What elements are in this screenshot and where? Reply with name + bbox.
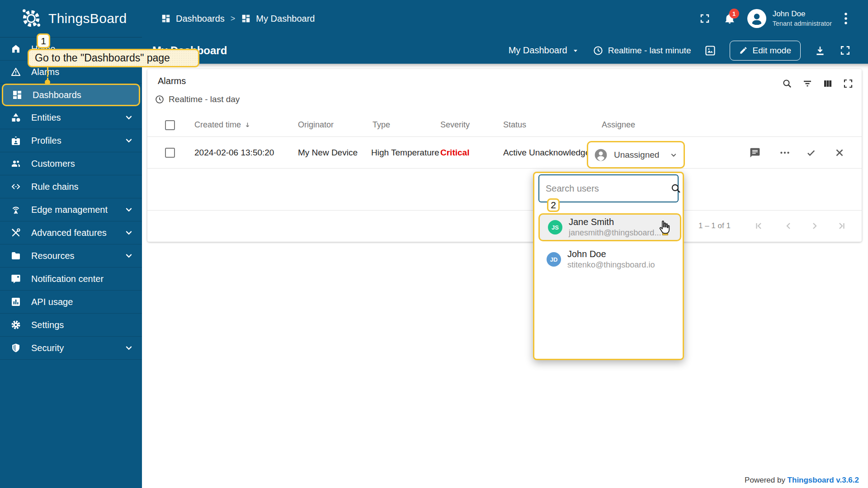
search-icon[interactable] <box>782 78 793 89</box>
thingsboard-logo[interactable]: ThingsBoard <box>20 0 127 37</box>
profiles-badge-icon <box>10 135 21 146</box>
sidebar-item-api-usage[interactable]: API usage <box>0 291 142 314</box>
user-name: John Doe <box>567 249 655 260</box>
kebab-menu-icon[interactable] <box>843 12 849 25</box>
column-severity[interactable]: Severity <box>440 113 470 137</box>
version-link[interactable]: Thingsboard v.3.6.2 <box>788 476 859 484</box>
footer: Powered by Thingsboard v.3.6.2 <box>745 476 859 485</box>
dashboard-content: Alarms Realtime - last day Created time … <box>142 64 868 488</box>
pagination-range: 1 – 1 of 1 <box>698 210 731 242</box>
user-option-john-doe[interactable]: JD John Doe stitenko@thingsboard.io <box>538 245 681 273</box>
fullscreen-icon[interactable] <box>843 78 854 89</box>
alarms-table-header: Created time Originator Type Severity St… <box>147 113 862 137</box>
user-info[interactable]: John Doe Tenant administrator <box>773 9 832 28</box>
column-assignee[interactable]: Assignee <box>602 113 635 137</box>
entities-shapes-icon <box>10 112 21 123</box>
comment-icon[interactable] <box>749 147 761 159</box>
more-actions-icon[interactable] <box>779 147 791 159</box>
chart-icon <box>10 296 21 307</box>
shield-icon <box>10 343 21 353</box>
sidebar-item-settings[interactable]: Settings <box>0 314 142 337</box>
widget-actions <box>782 78 854 89</box>
chevron-down-icon <box>124 113 134 122</box>
table-bottom-divider <box>147 210 862 211</box>
sidebar-item-resources[interactable]: Resources <box>0 244 142 267</box>
column-type[interactable]: Type <box>373 113 390 137</box>
pencil-icon <box>739 46 748 55</box>
column-status[interactable]: Status <box>503 113 526 137</box>
next-page-icon[interactable] <box>809 221 820 231</box>
powered-by-text: Powered by <box>745 476 788 484</box>
select-all-checkbox[interactable] <box>165 120 175 130</box>
row-actions <box>147 137 862 169</box>
widget-timewindow[interactable]: Realtime - last day <box>155 94 240 104</box>
previous-page-icon[interactable] <box>783 221 794 231</box>
column-originator[interactable]: Originator <box>298 113 334 137</box>
acknowledge-check-icon[interactable] <box>805 147 817 159</box>
sidebar-item-rule-chains[interactable]: Rule chains <box>0 175 142 198</box>
sidebar-item-notification-center[interactable]: Notification center <box>0 267 142 291</box>
sidebar-item-profiles[interactable]: Profiles <box>0 129 142 152</box>
chevron-down-icon <box>124 251 134 261</box>
sidebar-item-security[interactable]: Security <box>0 337 142 360</box>
chevron-down-icon <box>124 228 134 238</box>
clock-icon <box>593 45 604 56</box>
clear-close-icon[interactable] <box>834 147 845 159</box>
user-name: John Doe <box>773 9 832 19</box>
edit-mode-button[interactable]: Edit mode <box>730 41 801 61</box>
timewindow-button[interactable]: Realtime - last minute <box>593 45 691 56</box>
tutorial-step-1-badge: 1 <box>37 33 50 48</box>
breadcrumb-my-dashboard[interactable]: My Dashboard <box>241 14 315 24</box>
tutorial-step-1-tooltip: Go to the "Dashboards" page <box>28 49 199 67</box>
filter-icon[interactable] <box>802 78 813 89</box>
user-search-box[interactable] <box>538 174 679 202</box>
sidebar-item-customers[interactable]: Customers <box>0 152 142 175</box>
columns-icon[interactable] <box>822 78 833 89</box>
hand-cursor-icon <box>656 219 673 236</box>
user-email: janesmith@thingsboard... <box>569 228 661 238</box>
fullscreen-icon[interactable] <box>840 45 851 56</box>
sort-desc-icon[interactable] <box>244 121 251 129</box>
customers-people-icon <box>10 158 21 169</box>
top-header: ThingsBoard Dashboards > My Dashboard 1 <box>0 0 868 37</box>
clock-icon <box>155 94 165 104</box>
dashboard-image-icon[interactable] <box>704 45 716 56</box>
avatar-jane-smith: JS <box>548 220 562 235</box>
chevron-down-icon <box>124 343 134 353</box>
last-page-icon[interactable] <box>836 221 847 231</box>
logo-text: ThingsBoard <box>48 11 127 26</box>
breadcrumb-separator: > <box>231 14 236 23</box>
breadcrumb-dashboards[interactable]: Dashboards <box>161 14 225 24</box>
alarms-widget: Alarms Realtime - last day Created time … <box>147 69 862 242</box>
tools-icon <box>10 227 21 238</box>
user-name: Jane Smith <box>569 216 661 228</box>
user-avatar[interactable] <box>747 9 766 28</box>
tutorial-connector-dot <box>45 80 50 85</box>
notifications-bell-icon[interactable]: 1 <box>724 13 736 24</box>
notification-count-badge: 1 <box>729 9 739 19</box>
caret-down-icon <box>572 47 579 54</box>
fullscreen-icon[interactable] <box>699 13 710 24</box>
dashboard-grid-icon <box>161 14 171 23</box>
folder-icon <box>10 250 21 261</box>
sidebar-item-edge-management[interactable]: Edge management <box>0 198 142 221</box>
sidebar-item-entities[interactable]: Entities <box>0 106 142 129</box>
sidebar-item-advanced-features[interactable]: Advanced features <box>0 221 142 244</box>
sidebar: Home Alarms Dashboards Entities Profiles… <box>0 37 142 488</box>
column-created-time[interactable]: Created time <box>194 120 241 130</box>
toolbar-right-controls: My Dashboard Realtime - last minute Edit… <box>509 37 851 64</box>
antenna-icon <box>10 204 21 215</box>
widget-title: Alarms <box>158 76 186 86</box>
dashboard-select[interactable]: My Dashboard <box>509 45 579 56</box>
search-icon <box>670 183 688 194</box>
dashboard-grid-icon <box>241 14 251 23</box>
first-page-icon[interactable] <box>753 221 764 231</box>
tutorial-connector-line <box>47 67 48 80</box>
thingsboard-logo-icon <box>20 7 42 30</box>
sidebar-item-dashboards[interactable]: Dashboards <box>2 84 140 106</box>
download-icon[interactable] <box>814 45 826 56</box>
breadcrumb: Dashboards > My Dashboard <box>161 0 315 37</box>
tutorial-step-2-badge: 2 <box>547 198 560 212</box>
user-role: Tenant administrator <box>773 19 832 28</box>
search-users-input[interactable] <box>539 183 670 194</box>
